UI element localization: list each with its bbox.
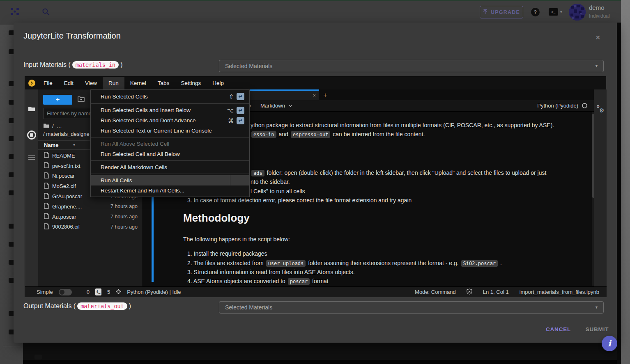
run-menu-item[interactable]: Run Selected Cells⇧↵ (91, 91, 249, 102)
new-launcher-button[interactable]: + (43, 95, 72, 105)
running-kernels-icon[interactable] (27, 130, 36, 140)
file-icon (44, 183, 49, 190)
file-icon (44, 203, 49, 210)
folder-icon (43, 123, 49, 129)
run-menu-item[interactable]: Run All Cells (91, 175, 249, 185)
screen: UPGRADE ? >_ ▾ demo Individual (0, 0, 630, 364)
kernel-selector[interactable]: Python (Pyodide) (537, 103, 587, 109)
file-icon (44, 152, 49, 159)
menu-separator (91, 160, 249, 161)
menubar-item-view[interactable]: View (79, 77, 103, 89)
markdown-list-item: 3. Structural information is read from f… (187, 269, 355, 275)
file-icon (44, 223, 49, 231)
breadcrumb-current[interactable]: / materials_designe (43, 131, 90, 137)
kernel-status-icon (582, 103, 587, 108)
markdown-list-item: 2. The files are extracted from user_upl… (187, 260, 502, 266)
sort-caret-icon: ▼ (72, 143, 76, 147)
file-row[interactable]: 9002806.cif7 hours ago (38, 222, 143, 232)
run-menu-item[interactable]: Restart Kernel and Run All Cells... (91, 185, 249, 196)
markdown-line: nto the sidebar. (251, 179, 290, 185)
page-scrollbar[interactable] (621, 0, 630, 364)
page-right-edge (617, 23, 621, 364)
file-name: README (52, 153, 75, 159)
output-materials-select[interactable]: Selected Materials ▼ (219, 301, 604, 314)
table-of-contents-icon[interactable] (28, 154, 35, 162)
run-menu-item[interactable]: Run Selected Cells and Insert Below⌥↵ (91, 105, 249, 115)
cell-type-dropdown[interactable]: Markdown (260, 103, 292, 109)
file-name: Au.poscar (52, 214, 76, 220)
file-icon (44, 213, 49, 220)
file-name: Ni.poscar (52, 173, 75, 179)
file-modified-time: 7 hours ago (110, 204, 138, 209)
breadcrumb[interactable]: / … (43, 123, 62, 129)
file-modified-time: 7 hours ago (110, 214, 138, 220)
menu-separator (91, 174, 249, 174)
run-menu-item[interactable]: Run Selected Cells and Don't Advance⌘↵ (91, 115, 249, 126)
modifier-key-icon: ⌥ (227, 107, 234, 114)
trust-shield-icon (467, 288, 472, 296)
modifier-key-icon: ⇧ (229, 93, 234, 100)
menubar-item-run[interactable]: Run (103, 77, 124, 89)
run-menu-item[interactable]: Run Selected Cell and All Below (91, 149, 249, 159)
new-folder-icon[interactable] (78, 96, 85, 103)
file-name: pw-scf.in.txt (52, 163, 80, 169)
file-name: Graphene.... (52, 204, 82, 210)
jupyterlite-logo-icon (28, 80, 35, 87)
kernel-count: 5 (107, 289, 110, 295)
enter-key-icon: ↵ (237, 93, 244, 100)
run-menu-item[interactable]: Run Selected Text or Current Line in Con… (91, 126, 249, 136)
menubar-item-edit[interactable]: Edit (58, 77, 79, 89)
input-materials-label: Input Materials (materials_in) (23, 61, 123, 69)
input-code-pill: materials_in (72, 61, 119, 69)
notebook-filename: import_materials_from_files.ipynb (520, 289, 599, 295)
markdown-line: 3. In case of format detection error, pl… (187, 197, 412, 204)
menu-separator (91, 103, 249, 104)
menubar-item-tabs[interactable]: Tabs (152, 77, 175, 89)
file-name: MoSe2.cif (52, 183, 76, 189)
bug-icon[interactable] (116, 289, 121, 295)
methodology-heading: Methodology (183, 212, 250, 224)
simple-mode-toggle[interactable] (59, 289, 72, 295)
file-icon (44, 162, 49, 169)
menu-separator (91, 137, 249, 137)
terminal-badge-icon[interactable]: $_ (95, 288, 101, 295)
menubar-item-settings[interactable]: Settings (175, 77, 207, 89)
enter-key-icon: ↵ (237, 107, 244, 114)
info-fab-button[interactable]: i (602, 336, 617, 351)
jupyter-activity-bar (25, 89, 38, 286)
menubar-item-help[interactable]: Help (207, 77, 230, 89)
jupyter-menubar: FileEditViewRunKernelTabsSettingsHelp (25, 77, 606, 89)
menubar-item-kernel[interactable]: Kernel (124, 77, 152, 89)
tab-close-icon[interactable]: × (313, 92, 316, 98)
file-row[interactable]: Graphene....7 hours ago (38, 201, 143, 212)
menubar-item-file[interactable]: File (38, 77, 58, 89)
simple-mode-label: Simple (37, 289, 53, 295)
cancel-button[interactable]: CANCEL (546, 326, 570, 334)
file-row[interactable]: Au.poscar7 hours ago (38, 212, 143, 222)
run-menu-item[interactable]: Render All Markdown Cells (91, 162, 249, 172)
file-modified-time: 7 hours ago (110, 224, 138, 230)
markdown-line: esso-in and espresso-out can be inferred… (251, 131, 425, 137)
markdown-line: l Cells" to run all cells (251, 188, 305, 195)
submit-button[interactable]: SUBMIT (585, 326, 609, 334)
output-materials-label: Output Materials (materials_out) (23, 302, 131, 310)
file-icon (44, 172, 49, 180)
output-code-pill: materials_out (77, 302, 127, 310)
cursor-position[interactable]: Ln 1, Col 1 (483, 289, 509, 295)
modifier-key-icon: ⌘ (228, 117, 234, 124)
file-browser-icon[interactable] (28, 106, 35, 113)
chevron-down-icon: ▼ (595, 64, 598, 68)
close-icon[interactable]: × (596, 33, 600, 41)
new-tab-button[interactable]: + (321, 91, 330, 100)
file-name: 9002806.cif (52, 224, 80, 230)
kernel-status[interactable]: Python (Pyodide) | Idle (127, 289, 181, 295)
file-icon (44, 193, 49, 200)
editor-mode[interactable]: Mode: Command (415, 289, 456, 295)
markdown-list-item: 1. Install the required packages (187, 250, 267, 257)
jupyter-right-strip: ⚙⚙ (594, 89, 607, 286)
file-name: GrAu.poscar (52, 193, 82, 199)
chevron-down-icon: ▼ (595, 305, 598, 309)
jupyter-statusbar: Simple 0 $_ 5 Python (Pyodide) | Idle Mo… (25, 286, 607, 297)
markdown-line: ads folder: open (double-click) the fold… (251, 169, 546, 176)
input-materials-select[interactable]: Selected Materials ▼ (219, 60, 604, 72)
